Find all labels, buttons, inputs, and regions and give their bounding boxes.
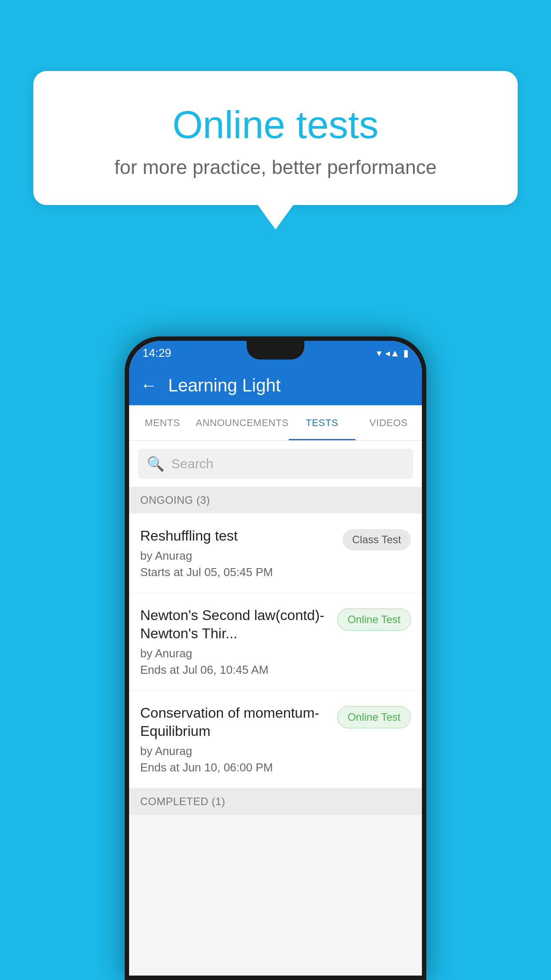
ongoing-section-title: ONGOING (3) [140, 494, 210, 506]
test-author-3: by Anurag [140, 744, 331, 758]
speech-bubble-arrow [258, 205, 293, 229]
test-time-1: Starts at Jul 05, 05:45 PM [140, 565, 336, 579]
test-badge-3: Online Test [337, 706, 411, 728]
speech-bubble: Online tests for more practice, better p… [33, 71, 518, 205]
back-button[interactable]: ← [140, 376, 157, 395]
search-container: 🔍 Search [129, 441, 422, 487]
completed-section-title: COMPLETED (1) [140, 795, 225, 807]
test-badge-1: Class Test [342, 529, 411, 550]
speech-bubble-title: Online tests [69, 102, 482, 147]
test-time-2: Ends at Jul 06, 10:45 AM [140, 663, 331, 677]
test-info-1: Reshuffling test by Anurag Starts at Jul… [140, 527, 342, 579]
search-icon: 🔍 [147, 455, 165, 472]
ongoing-section-header: ONGOING (3) [129, 487, 422, 514]
wifi-icon: ▾ [377, 348, 382, 359]
test-info-2: Newton's Second law(contd)-Newton's Thir… [140, 606, 337, 677]
search-placeholder: Search [171, 456, 213, 471]
test-author-1: by Anurag [140, 549, 336, 563]
speech-bubble-container: Online tests for more practice, better p… [33, 71, 518, 229]
tab-assignments[interactable]: MENTS [129, 405, 196, 440]
app-title: Learning Light [168, 375, 281, 395]
status-icons: ▾ ◂▲ ▮ [377, 348, 409, 359]
test-time-3: Ends at Jun 10, 06:00 PM [140, 761, 331, 775]
test-item-2[interactable]: Newton's Second law(contd)-Newton's Thir… [129, 593, 422, 691]
test-item-1[interactable]: Reshuffling test by Anurag Starts at Jul… [129, 514, 422, 593]
test-name-3: Conservation of momentum-Equilibrium [140, 704, 331, 741]
tab-announcements[interactable]: ANNOUNCEMENTS [196, 405, 288, 440]
speech-bubble-subtitle: for more practice, better performance [69, 156, 482, 178]
tab-bar: MENTS ANNOUNCEMENTS TESTS VIDEOS [129, 405, 422, 441]
test-item-3[interactable]: Conservation of momentum-Equilibrium by … [129, 691, 422, 788]
status-time: 14:29 [142, 346, 171, 360]
battery-icon: ▮ [403, 348, 409, 359]
signal-icon: ◂▲ [385, 348, 400, 359]
test-author-2: by Anurag [140, 647, 331, 660]
tab-tests[interactable]: TESTS [289, 405, 355, 440]
test-badge-2: Online Test [337, 609, 411, 631]
test-info-3: Conservation of momentum-Equilibrium by … [140, 704, 337, 775]
search-bar[interactable]: 🔍 Search [138, 449, 413, 479]
app-header: ← Learning Light [129, 365, 422, 405]
phone-notch [247, 341, 304, 360]
tab-videos[interactable]: VIDEOS [355, 405, 422, 440]
phone-inner: 14:29 ▾ ◂▲ ▮ ← Learning Light MENTS ANNO… [129, 341, 422, 976]
test-name-1: Reshuffling test [140, 527, 336, 545]
test-list: Reshuffling test by Anurag Starts at Jul… [129, 514, 422, 788]
phone-frame: 14:29 ▾ ◂▲ ▮ ← Learning Light MENTS ANNO… [125, 336, 426, 980]
test-name-2: Newton's Second law(contd)-Newton's Thir… [140, 606, 331, 643]
completed-section-header: COMPLETED (1) [129, 788, 422, 815]
